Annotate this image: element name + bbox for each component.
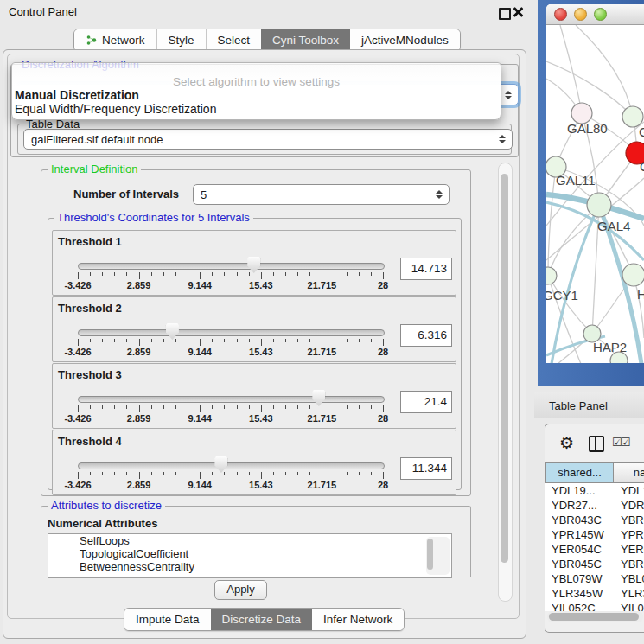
tick-label: 28 [378, 347, 388, 357]
cell-shared-name: YPR145W [545, 527, 614, 542]
slider-tick-labels: -3.4262.8599.14415.4321.71528 [78, 413, 383, 424]
network-canvas[interactable]: GAL80GACGAL11GAL4GCY1HHAP2 [546, 25, 644, 363]
column-header-2[interactable]: name [614, 462, 644, 483]
table-row[interactable]: YDR27...YDR2 [545, 498, 644, 513]
mac-zoom-icon[interactable] [594, 8, 607, 21]
slider-thumb[interactable] [166, 323, 179, 340]
tab-style[interactable]: Style [157, 29, 207, 51]
numerical-attributes-list[interactable]: SelfLoopsTopologicalCoefficientBetweenne… [48, 533, 452, 578]
thresholds-group-title: Threshold's Coordinates for 5 Intervals [54, 212, 253, 223]
tab-network[interactable]: Network [74, 29, 157, 51]
tick-label: 2.859 [127, 413, 151, 424]
cell-name: YBR0 [614, 557, 644, 571]
tick-label: -3.426 [64, 280, 91, 290]
scrollbar-thumb[interactable] [501, 174, 508, 563]
attribute-item[interactable]: SelfLoops [64, 534, 451, 547]
tab-select[interactable]: Select [207, 29, 262, 51]
threshold-slider[interactable]: -3.4262.8599.14415.4321.71528 [72, 451, 390, 491]
tab-discretize-data[interactable]: Discretize Data [211, 609, 313, 630]
table-row[interactable]: YBR043CYBR0 [545, 513, 644, 527]
network-window: GAL80GACGAL11GAL4GCY1HHAP2 [546, 4, 644, 363]
tick-label: 15.43 [249, 413, 273, 424]
attribute-item[interactable]: BetweennessCentrality [64, 560, 451, 573]
threshold-slider[interactable]: -3.4262.8599.14415.4321.71528 [72, 252, 390, 291]
number-of-intervals-value: 5 [201, 188, 207, 201]
cell-shared-name: YBR045C [545, 557, 614, 571]
tick-label: -3.426 [64, 480, 91, 490]
threshold-label: Threshold 4 [58, 435, 122, 448]
app-root: Control Panel NetworkStyleSelectCyni Too… [0, 0, 644, 644]
dropdown-item[interactable]: Equal Width/Frequency Discretization [15, 102, 498, 116]
attribute-item[interactable]: TopologicalCoefficient [64, 547, 451, 560]
network-node[interactable] [622, 264, 644, 286]
gear-icon[interactable]: ⚙ [559, 433, 574, 453]
network-node-label: H [637, 287, 644, 302]
tab-infer-network[interactable]: Infer Network [312, 609, 404, 630]
table-data-combobox[interactable]: galFiltered.sif default node [23, 129, 513, 150]
number-of-intervals-combobox[interactable]: 5 [193, 184, 450, 205]
threshold-slider[interactable]: -3.4262.8599.14415.4321.71528 [72, 318, 390, 358]
slider-track[interactable] [78, 263, 385, 270]
checkbox-icons[interactable]: ☑☑ [612, 436, 628, 449]
h-scrollbar-thumb[interactable] [549, 613, 639, 621]
table-row[interactable]: YLR345WYLR3 [545, 586, 644, 601]
slider-thumb[interactable] [247, 257, 260, 273]
threshold-slider[interactable]: -3.4262.8599.14415.4321.71528 [72, 385, 390, 424]
column-browser-icon[interactable] [589, 436, 604, 452]
cell-shared-name: YDL19... [545, 483, 614, 498]
table-row[interactable]: YBL079WYBL0 [545, 571, 644, 586]
tab-jactivemnodules[interactable]: jActiveMNodules [350, 29, 460, 51]
cell-name: YER0 [614, 542, 644, 557]
numerical-attributes-label: Numerical Attributes [48, 517, 157, 530]
tick-label: 2.859 [127, 347, 151, 357]
panel-title: Control Panel [9, 5, 77, 18]
table-data-value: galFiltered.sif default node [31, 133, 163, 146]
apply-button[interactable]: Apply [214, 580, 267, 600]
threshold-value-field[interactable]: 21.4 [400, 391, 452, 413]
tab-label: Select [218, 30, 251, 51]
threshold-value-field[interactable]: 6.316 [400, 324, 452, 347]
slider-thumb[interactable] [312, 390, 325, 406]
dropdown-placeholder[interactable]: Select algorithm to view settings [12, 75, 501, 88]
tick-label: 21.715 [308, 347, 337, 357]
mac-close-icon[interactable] [554, 8, 567, 21]
slider-track[interactable] [78, 329, 385, 336]
threshold-panel: Threshold 2 -3.4262.8599.14415.4321.7152… [52, 296, 456, 362]
tab-cyni-toolbox[interactable]: Cyni Toolbox [261, 29, 350, 51]
mac-minimize-icon[interactable] [574, 8, 587, 21]
network-node[interactable] [546, 267, 557, 284]
table-row[interactable]: YBR045CYBR0 [545, 557, 644, 571]
threshold-value-field[interactable]: 11.344 [400, 457, 452, 480]
cell-shared-name: YBR043C [545, 513, 614, 527]
network-node[interactable] [587, 193, 611, 217]
table-row[interactable]: YPR145WYPR1 [545, 527, 644, 542]
slider-track[interactable] [78, 396, 385, 403]
threshold-value-field[interactable]: 14.713 [400, 258, 452, 280]
tick-label: -3.426 [64, 413, 91, 424]
table-h-scrollbar[interactable] [547, 611, 643, 622]
main-scrollbar[interactable] [498, 163, 513, 602]
network-node-label: HAP2 [593, 340, 627, 354]
slider-ticks [78, 339, 383, 347]
slider-tick-labels: -3.4262.8599.14415.4321.71528 [78, 347, 383, 357]
slider-ticks [78, 472, 383, 480]
slider-thumb[interactable] [214, 456, 227, 473]
table-row[interactable]: YIL052CYIL0 [545, 601, 644, 611]
tick-label: 15.43 [249, 280, 273, 290]
bottom-tab-bar: Impute DataDiscretize DataInfer Network [124, 608, 405, 631]
network-node-label: GAL80 [567, 121, 608, 136]
network-edge[interactable] [548, 205, 599, 276]
tick-label: 9.144 [188, 280, 212, 290]
column-header-1[interactable]: shared... [545, 462, 614, 483]
cell-shared-name: YER054C [545, 542, 614, 557]
slider-track[interactable] [78, 462, 385, 469]
list-scrollbar[interactable] [426, 537, 450, 575]
cell-name: YBR0 [614, 513, 644, 527]
float-panel-icon[interactable] [499, 8, 511, 20]
tab-impute-data[interactable]: Impute Data [124, 609, 211, 630]
tab-label: Impute Data [136, 609, 200, 630]
close-icon[interactable] [512, 6, 524, 18]
table-row[interactable]: YDL19...YDL1 [545, 483, 644, 498]
table-row[interactable]: YER054CYER0 [545, 542, 644, 557]
dropdown-item[interactable]: Manual Discretization [15, 88, 498, 102]
